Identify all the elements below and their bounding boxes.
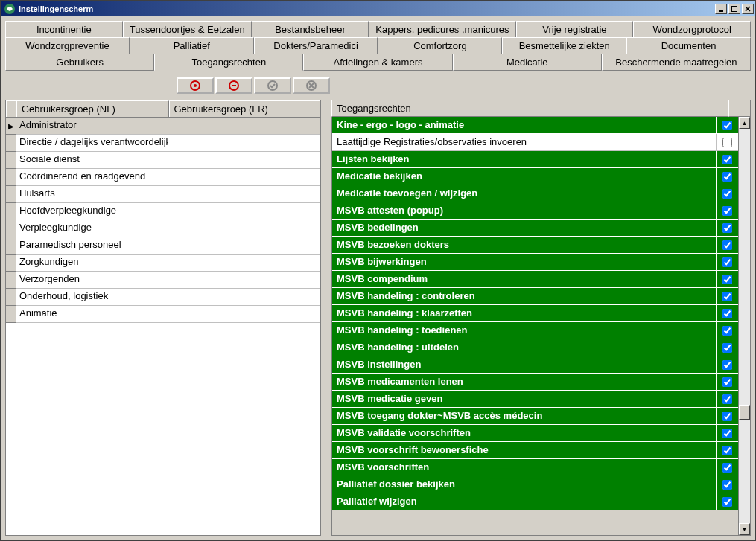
permission-checkbox[interactable] <box>722 326 732 336</box>
cell-fr[interactable] <box>168 135 320 152</box>
table-row[interactable]: Paramedisch personeel <box>6 237 320 255</box>
permission-row[interactable]: Lijsten bekijken <box>332 151 738 168</box>
cell-fr[interactable] <box>168 272 320 289</box>
permission-row[interactable]: MSVB handeling : klaarzetten <box>332 305 738 322</box>
tab-vrije-registratie[interactable]: Vrije registratie <box>516 21 634 38</box>
cell-nl[interactable]: Verzorgenden <box>16 272 168 289</box>
permission-row[interactable]: MSVB voorschrift bewonersfiche <box>332 442 738 459</box>
permission-checkbox[interactable] <box>722 292 732 301</box>
scroll-track[interactable] <box>739 129 750 523</box>
cell-nl[interactable]: Zorgkundigen <box>16 255 168 272</box>
permission-row[interactable]: MSVB medicamenten lenen <box>332 374 738 391</box>
cell-fr[interactable] <box>168 169 320 186</box>
tab-kappers-pedicures-manicures[interactable]: Kappers, pedicures ,manicures <box>369 21 515 38</box>
permission-checkbox[interactable] <box>722 172 732 182</box>
toolbar-remove-button[interactable] <box>215 77 252 94</box>
permission-row[interactable]: MSVB toegang dokter~MSVB accès médecin <box>332 408 738 425</box>
tab-beschermende-maatregelen[interactable]: Beschermende maatregelen <box>602 54 751 71</box>
permission-checkbox[interactable] <box>722 121 732 130</box>
table-row[interactable]: Directie / dagelijks verantwoordelijke <box>6 135 320 152</box>
toolbar-cancel-button[interactable] <box>293 77 330 94</box>
cell-nl[interactable]: Administrator <box>16 118 168 135</box>
permission-row[interactable]: MSVB handeling : controleren <box>332 288 738 305</box>
cell-fr[interactable] <box>168 118 320 135</box>
permission-row[interactable]: Palliatief wijzigen <box>332 493 738 510</box>
table-row[interactable]: Verpleegkundige <box>6 220 320 237</box>
permissions-header-label[interactable]: Toegangsrechten <box>331 100 728 117</box>
table-row[interactable]: ▶Administrator <box>6 118 320 135</box>
permission-checkbox[interactable] <box>722 394 732 404</box>
cell-nl[interactable]: Huisarts <box>16 186 168 203</box>
cell-fr[interactable] <box>168 220 320 237</box>
permission-checkbox[interactable] <box>722 309 732 318</box>
permission-row[interactable]: Kine - ergo - logo - animatie <box>332 117 738 134</box>
permission-row[interactable]: Laattijdige Registraties/observaties inv… <box>332 134 738 151</box>
tab-besmettelijke-ziekten[interactable]: Besmettelijke ziekten <box>502 37 626 54</box>
permission-row[interactable]: MSVB compendium <box>332 271 738 288</box>
minimize-button[interactable] <box>715 4 727 14</box>
permission-row[interactable]: MSVB handeling : toedienen <box>332 322 738 339</box>
table-row[interactable]: Hoofdverpleegkundige <box>6 203 320 220</box>
permission-row[interactable]: Medicatie toevoegen / wijzigen <box>332 185 738 202</box>
tab-dokters-paramedici[interactable]: Dokters/Paramedici <box>254 37 378 54</box>
cell-nl[interactable]: Sociale dienst <box>16 152 168 169</box>
permission-checkbox[interactable] <box>722 138 732 147</box>
permission-checkbox[interactable] <box>722 275 732 284</box>
tab-palliatief[interactable]: Palliatief <box>130 37 254 54</box>
column-header-fr[interactable]: Gebruikersgroep (FR) <box>169 100 321 117</box>
table-row[interactable]: Huisarts <box>6 186 320 203</box>
permission-checkbox[interactable] <box>722 360 732 370</box>
permission-row[interactable]: MSVB validatie voorschriften <box>332 425 738 442</box>
permission-row[interactable]: MSVB bedelingen <box>332 220 738 237</box>
tab-toegangsrechten[interactable]: Toegangsrechten <box>154 54 303 71</box>
table-row[interactable]: Sociale dienst <box>6 152 320 169</box>
toolbar-add-button[interactable] <box>177 77 214 94</box>
cell-fr[interactable] <box>168 152 320 169</box>
permission-checkbox[interactable] <box>722 257 732 267</box>
scroll-thumb[interactable] <box>739 405 750 420</box>
cell-fr[interactable] <box>168 289 320 306</box>
tab-documenten[interactable]: Documenten <box>626 37 751 54</box>
cell-fr[interactable] <box>168 255 320 272</box>
permission-checkbox[interactable] <box>722 429 732 438</box>
tab-gebruikers[interactable]: Gebruikers <box>5 54 154 71</box>
tab-afdelingen-kamers[interactable]: Afdelingen & kamers <box>303 54 452 71</box>
tab-wondzorgprotocol[interactable]: Wondzorgprotocol <box>633 21 751 38</box>
cell-nl[interactable]: Onderhoud, logistiek <box>16 289 168 306</box>
tab-bestandsbeheer[interactable]: Bestandsbeheer <box>252 21 369 38</box>
permission-row[interactable]: MSVB attesten (popup) <box>332 202 738 220</box>
permission-row[interactable]: MSVB bezoeken dokters <box>332 237 738 254</box>
cell-fr[interactable] <box>168 306 320 323</box>
maximize-button[interactable] <box>728 4 740 14</box>
table-row[interactable]: Onderhoud, logistiek <box>6 289 320 306</box>
scrollbar[interactable]: ▲ ▼ <box>738 117 750 535</box>
permission-checkbox[interactable] <box>722 240 732 250</box>
tab-incontinentie[interactable]: Incontinentie <box>5 21 123 38</box>
cell-nl[interactable]: Directie / dagelijks verantwoordelijke <box>16 135 168 152</box>
permission-checkbox[interactable] <box>722 377 732 387</box>
cell-nl[interactable]: Paramedisch personeel <box>16 237 168 255</box>
permission-checkbox[interactable] <box>722 480 732 490</box>
permission-checkbox[interactable] <box>722 463 732 473</box>
permission-checkbox[interactable] <box>722 155 732 164</box>
cell-nl[interactable]: Animatie <box>16 306 168 323</box>
permission-checkbox[interactable] <box>722 223 732 233</box>
table-row[interactable]: Zorgkundigen <box>6 255 320 272</box>
close-button[interactable] <box>742 4 754 14</box>
permission-checkbox[interactable] <box>722 206 732 216</box>
tab-medicatie[interactable]: Medicatie <box>453 54 602 71</box>
scroll-up-icon[interactable]: ▲ <box>739 117 750 129</box>
permission-checkbox[interactable] <box>722 343 732 353</box>
permission-row[interactable]: Medicatie bekijken <box>332 168 738 185</box>
toolbar-confirm-button[interactable] <box>254 77 291 94</box>
column-header-nl[interactable]: Gebruikersgroep (NL) <box>16 100 169 117</box>
table-row[interactable]: Animatie <box>6 306 320 323</box>
tab-wondzorgpreventie[interactable]: Wondzorgpreventie <box>5 37 130 54</box>
cell-nl[interactable]: Hoofdverpleegkundige <box>16 203 168 220</box>
tab-tussendoortjes-eetzalen[interactable]: Tussendoortjes & Eetzalen <box>123 21 252 38</box>
permission-checkbox[interactable] <box>722 189 732 199</box>
permission-row[interactable]: MSVB bijwerkingen <box>332 254 738 271</box>
scroll-down-icon[interactable]: ▼ <box>739 523 750 535</box>
cell-fr[interactable] <box>168 203 320 220</box>
cell-fr[interactable] <box>168 186 320 203</box>
